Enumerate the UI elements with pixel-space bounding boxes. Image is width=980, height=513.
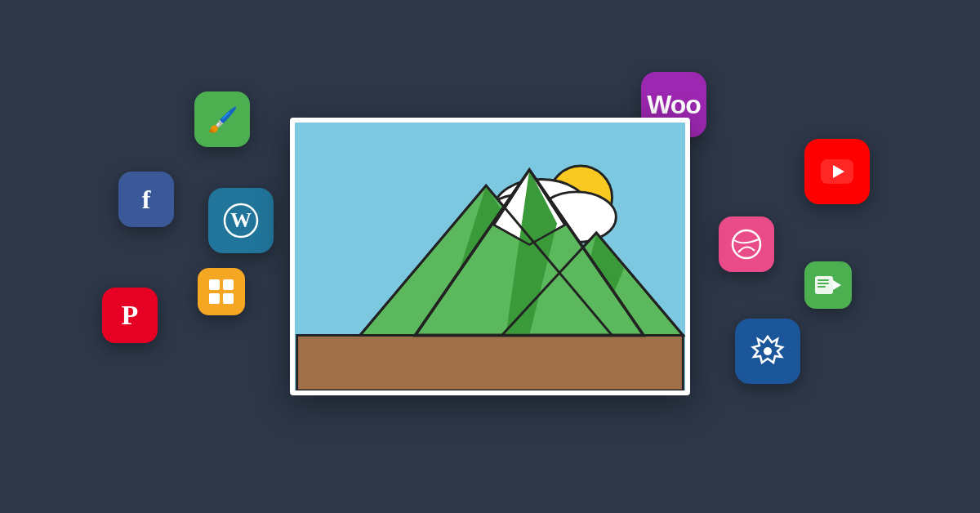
svg-rect-13 [817, 286, 826, 288]
icon-video[interactable] [804, 261, 852, 309]
slideshow-frame: ‹ › [290, 118, 690, 395]
icon-joomla[interactable] [735, 319, 800, 384]
svg-text:W: W [230, 208, 252, 232]
woo-text: Woo [647, 90, 701, 120]
main-scene: f W 🖌️ P Woo [0, 0, 980, 513]
youtube-symbol [820, 158, 854, 185]
brush-symbol: 🖌️ [207, 105, 238, 134]
icon-gallery[interactable] [198, 268, 245, 315]
svg-rect-9 [815, 276, 833, 294]
facebook-symbol: f [142, 186, 151, 212]
svg-rect-4 [209, 293, 220, 304]
icon-pinterest[interactable]: P [102, 288, 158, 343]
mountain-illustration [295, 123, 685, 390]
slide-image [295, 123, 685, 390]
svg-rect-12 [817, 283, 829, 284]
video-symbol [814, 274, 842, 297]
icon-wordpress[interactable]: W [208, 188, 274, 253]
svg-rect-11 [817, 279, 829, 281]
gallery-symbol [207, 278, 235, 306]
svg-point-8 [733, 230, 760, 258]
icon-brush[interactable]: 🖌️ [194, 91, 250, 147]
svg-rect-20 [297, 335, 684, 390]
pinterest-symbol: P [122, 301, 139, 329]
wordpress-logo: W [223, 203, 259, 239]
icon-facebook[interactable]: f [118, 172, 174, 227]
dribbble-symbol [730, 228, 763, 261]
svg-marker-10 [833, 280, 841, 290]
svg-rect-2 [209, 279, 220, 290]
joomla-symbol [749, 332, 786, 370]
svg-rect-3 [223, 279, 234, 290]
icon-youtube[interactable] [804, 139, 870, 204]
svg-rect-5 [223, 293, 234, 304]
svg-point-14 [764, 347, 772, 355]
icon-dribbble[interactable] [719, 216, 774, 272]
